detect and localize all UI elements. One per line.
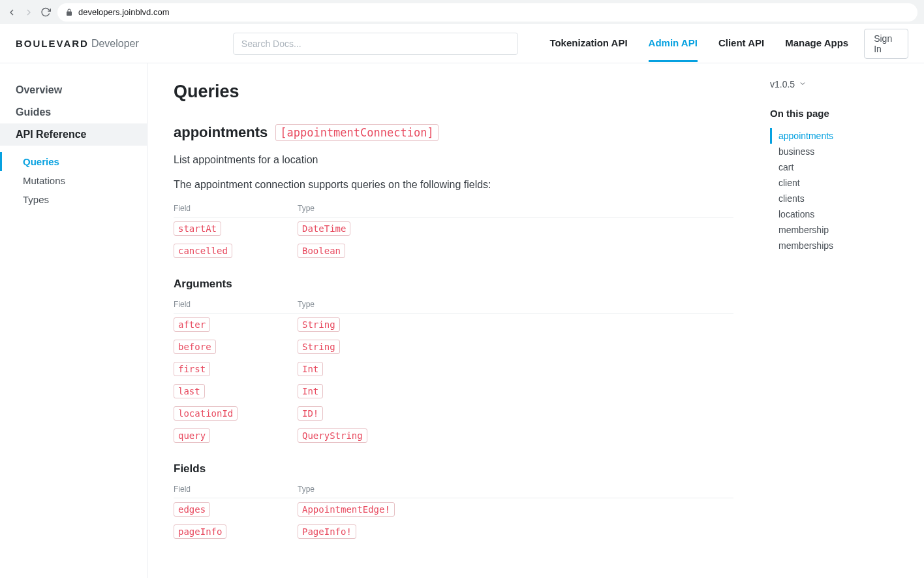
sidebar-item[interactable]: Guides	[0, 101, 147, 123]
field-code[interactable]: pageInfo	[174, 524, 226, 539]
toc-item[interactable]: client	[770, 175, 914, 191]
type-code[interactable]: AppointmentEdge!	[298, 502, 395, 517]
arguments-heading: Arguments	[174, 278, 733, 291]
toc-item[interactable]: clients	[770, 191, 914, 206]
field-code[interactable]: edges	[174, 502, 210, 517]
right-sidebar: v1.0.5 On this page appointmentsbusiness…	[760, 63, 924, 578]
type-code[interactable]: DateTime	[298, 221, 350, 236]
chevron-down-icon	[799, 79, 807, 89]
forward-icon[interactable]	[23, 7, 34, 18]
table-row: queryQueryString	[174, 425, 733, 447]
url-text: developers.joinblvd.com	[78, 7, 169, 17]
lock-icon	[65, 8, 73, 16]
fields-heading: Fields	[174, 462, 733, 475]
on-this-page-title: On this page	[770, 108, 914, 119]
type-code[interactable]: Int	[298, 362, 323, 376]
table-row: pageInfoPageInfo!	[174, 521, 733, 543]
col-type: Type	[298, 485, 733, 498]
sidebar-item[interactable]: Overview	[0, 79, 147, 101]
field-code[interactable]: before	[174, 340, 216, 354]
version-text: v1.0.5	[770, 79, 795, 89]
field-code[interactable]: after	[174, 317, 210, 332]
search-input[interactable]: Search Docs...	[233, 33, 519, 55]
reload-icon[interactable]	[40, 7, 51, 18]
logo-text: BOULEVARD	[16, 38, 89, 49]
type-code[interactable]: Boolean	[298, 244, 345, 258]
description-1: List appointments for a location	[174, 154, 733, 166]
type-code[interactable]: Int	[298, 384, 323, 398]
field-code[interactable]: locationId	[174, 406, 238, 421]
top-nav-item[interactable]: Tokenization API	[549, 25, 627, 62]
site-header: BOULEVARDDeveloper Search Docs... Tokeni…	[0, 24, 924, 63]
table-row: cancelledBoolean	[174, 240, 733, 262]
table-row: firstInt	[174, 358, 733, 380]
table-row: locationIdID!	[174, 402, 733, 425]
page-title: Queries	[174, 82, 733, 102]
sidebar-sub-item[interactable]: Types	[0, 190, 147, 209]
main-content: Queries appointments [appointmentConnect…	[147, 63, 760, 578]
col-type: Type	[298, 204, 733, 217]
col-field: Field	[174, 204, 298, 217]
logo[interactable]: BOULEVARDDeveloper	[16, 38, 139, 50]
top-nav-item[interactable]: Client API	[718, 25, 764, 62]
field-code[interactable]: first	[174, 362, 210, 376]
query-name: appointments	[174, 124, 268, 141]
col-type: Type	[298, 300, 733, 313]
field-code[interactable]: query	[174, 428, 210, 443]
description-2: The appointment connection supports quer…	[174, 179, 733, 191]
query-heading: appointments [appointmentConnection]	[174, 124, 733, 141]
version-selector[interactable]: v1.0.5	[770, 79, 914, 89]
toc-item[interactable]: memberships	[770, 238, 914, 253]
back-icon[interactable]	[7, 7, 17, 18]
toc-item[interactable]: appointments	[770, 128, 914, 144]
col-field: Field	[174, 485, 298, 498]
type-code[interactable]: PageInfo!	[298, 524, 356, 539]
fields-table: Field Type edgesAppointmentEdge!pageInfo…	[174, 485, 733, 543]
type-code[interactable]: ID!	[298, 406, 323, 421]
sidebar-item[interactable]: API Reference	[0, 123, 147, 146]
top-nav-item[interactable]: Manage Apps	[785, 25, 848, 62]
table-row: startAtDateTime	[174, 217, 733, 240]
toc-item[interactable]: business	[770, 144, 914, 159]
top-nav-item[interactable]: Admin API	[649, 25, 698, 62]
supported-fields-table: Field Type startAtDateTimecancelledBoole…	[174, 204, 733, 262]
top-nav: Tokenization APIAdmin APIClient APIManag…	[549, 25, 848, 62]
col-field: Field	[174, 300, 298, 313]
field-code[interactable]: startAt	[174, 221, 221, 236]
sidebar-sub-item[interactable]: Mutations	[0, 171, 147, 190]
sign-in-button[interactable]: Sign In	[864, 29, 908, 59]
table-row: edgesAppointmentEdge!	[174, 498, 733, 521]
type-code[interactable]: QueryString	[298, 428, 367, 443]
table-row: afterString	[174, 313, 733, 336]
table-row: beforeString	[174, 336, 733, 358]
browser-chrome: developers.joinblvd.com	[0, 0, 924, 24]
address-bar[interactable]: developers.joinblvd.com	[57, 3, 917, 22]
query-return-type[interactable]: [appointmentConnection]	[275, 124, 438, 141]
logo-subtitle: Developer	[91, 38, 139, 49]
type-code[interactable]: String	[298, 317, 340, 332]
type-code[interactable]: String	[298, 340, 340, 354]
table-row: lastInt	[174, 380, 733, 402]
toc-item[interactable]: cart	[770, 159, 914, 175]
field-code[interactable]: cancelled	[174, 244, 232, 258]
toc-item[interactable]: locations	[770, 206, 914, 222]
sidebar-sub-item[interactable]: Queries	[0, 152, 147, 171]
field-code[interactable]: last	[174, 384, 205, 398]
arguments-table: Field Type afterStringbeforeStringfirstI…	[174, 300, 733, 447]
sidebar: OverviewGuidesAPI Reference QueriesMutat…	[0, 63, 147, 578]
toc-item[interactable]: membership	[770, 222, 914, 238]
search-placeholder: Search Docs...	[241, 39, 301, 49]
